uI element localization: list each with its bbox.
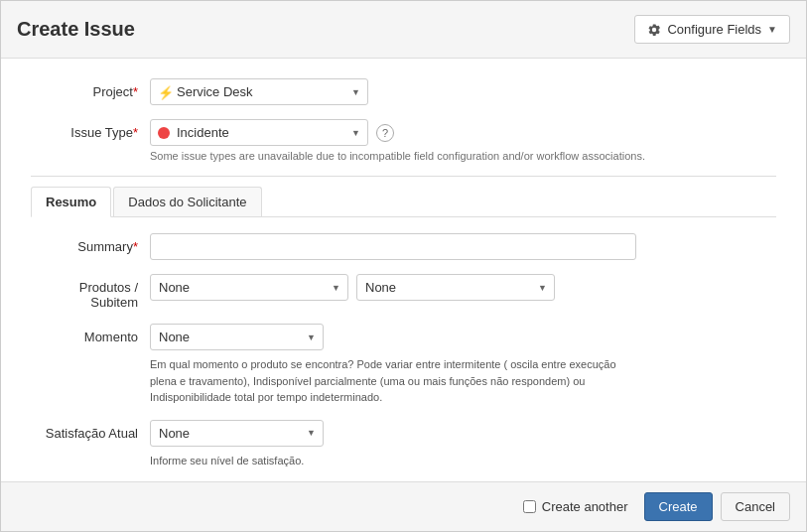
configure-fields-button[interactable]: Configure Fields ▼ [634,15,790,44]
create-issue-dialog: Create Issue Configure Fields ▼ Project*… [0,0,807,532]
momento-content: None Em qual momento o produto se encont… [150,324,776,406]
issue-type-note: Some issue types are unavailable due to … [150,150,776,162]
dialog-title: Create Issue [17,18,135,41]
satisfacao-label: Satisfação Atual [31,420,150,441]
project-content: ⚡ Service Desk [150,78,776,105]
summary-input[interactable] [150,233,636,260]
project-row: Project* ⚡ Service Desk [31,78,776,105]
summary-row: Summary* [31,233,776,260]
divider [31,176,776,177]
issue-type-select[interactable]: Incidente [150,119,368,146]
project-icon: ⚡ [158,85,172,99]
chevron-down-icon: ▼ [767,24,777,35]
produto-select-1-wrapper: None [150,274,348,301]
produto-select-2-wrapper: None [356,274,555,301]
produtos-row: Produtos / Subitem None None [31,274,776,310]
satisfacao-note: Informe seu nível de satisfação. [150,453,636,469]
momento-select-wrapper: None [150,324,324,350]
issue-type-content: Incidente ? Some issue types are unavail… [150,119,776,162]
summary-label: Summary* [31,233,150,254]
project-select[interactable]: Service Desk [150,78,368,105]
momento-label: Momento [31,324,150,344]
tab-dados-solicitante[interactable]: Dados do Solicitante [113,187,261,216]
produto-select-1[interactable]: None [150,274,348,301]
issue-type-select-wrapper: Incidente [150,119,368,146]
required-marker: * [133,84,138,99]
required-marker-2: * [133,125,138,140]
create-another-checkbox[interactable] [523,500,536,513]
tab-resumo[interactable]: Resumo [31,187,111,217]
issue-type-row: Issue Type* Incidente ? Some issue types [31,119,776,162]
produtos-content: None None [150,274,776,301]
satisfacao-select[interactable]: None [150,420,324,447]
create-another-label[interactable]: Create another [542,499,628,514]
satisfacao-select-wrapper: None [150,420,324,447]
gear-icon [647,23,661,37]
project-select-wrapper: ⚡ Service Desk [150,78,368,105]
issue-type-label: Issue Type* [31,119,150,140]
satisfacao-content: None Informe seu nível de satisfação. [150,420,776,469]
create-button[interactable]: Create [644,492,713,521]
cancel-button[interactable]: Cancel [721,492,790,521]
momento-select[interactable]: None [150,324,324,350]
create-another-wrapper: Create another [523,499,628,514]
project-label: Project* [31,78,150,99]
dialog-body: Project* ⚡ Service Desk Issue Type* [1,59,806,481]
help-icon[interactable]: ? [376,124,394,142]
configure-fields-label: Configure Fields [667,22,761,37]
momento-description: Em qual momento o produto se encontra? P… [150,356,636,406]
dialog-header: Create Issue Configure Fields ▼ [1,1,806,59]
produto-select-2[interactable]: None [356,274,555,301]
required-marker-3: * [133,239,138,254]
tabs-container: Resumo Dados do Solicitante [31,187,776,217]
produtos-label: Produtos / Subitem [31,274,150,310]
satisfacao-row: Satisfação Atual None Informe seu nível … [31,420,776,469]
momento-row: Momento None Em qual momento o produto s… [31,324,776,406]
dialog-footer: Create another Create Cancel [1,481,806,531]
summary-content [150,233,776,260]
